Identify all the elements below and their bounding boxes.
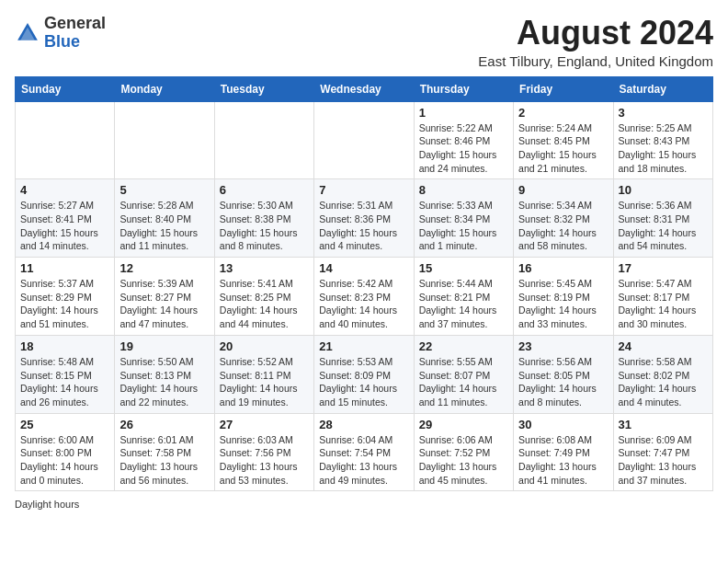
calendar-cell: 1Sunrise: 5:22 AM Sunset: 8:46 PM Daylig… bbox=[414, 101, 513, 179]
calendar-cell: 25Sunrise: 6:00 AM Sunset: 8:00 PM Dayli… bbox=[16, 413, 115, 491]
calendar-cell: 19Sunrise: 5:50 AM Sunset: 8:13 PM Dayli… bbox=[115, 335, 214, 413]
logo-text: General Blue bbox=[44, 15, 106, 52]
day-info: Sunrise: 5:34 AM Sunset: 8:32 PM Dayligh… bbox=[518, 199, 608, 253]
day-info: Sunrise: 5:45 AM Sunset: 8:19 PM Dayligh… bbox=[518, 277, 608, 331]
logo-icon bbox=[15, 20, 40, 46]
day-number: 2 bbox=[518, 106, 608, 120]
day-number: 25 bbox=[20, 418, 109, 431]
calendar-cell: 4Sunrise: 5:27 AM Sunset: 8:41 PM Daylig… bbox=[16, 179, 115, 258]
calendar-cell: 27Sunrise: 6:03 AM Sunset: 7:56 PM Dayli… bbox=[214, 413, 313, 491]
day-number: 14 bbox=[319, 261, 408, 275]
col-header-saturday: Saturday bbox=[613, 76, 712, 101]
day-info: Sunrise: 5:42 AM Sunset: 8:23 PM Dayligh… bbox=[319, 277, 408, 331]
calendar-cell: 15Sunrise: 5:44 AM Sunset: 8:21 PM Dayli… bbox=[414, 258, 513, 336]
day-info: Sunrise: 5:28 AM Sunset: 8:40 PM Dayligh… bbox=[119, 199, 209, 253]
calendar-cell: 16Sunrise: 5:45 AM Sunset: 8:19 PM Dayli… bbox=[514, 258, 613, 336]
day-info: Sunrise: 5:24 AM Sunset: 8:45 PM Dayligh… bbox=[518, 121, 608, 176]
col-header-monday: Monday bbox=[115, 76, 214, 101]
day-number: 22 bbox=[419, 339, 508, 353]
day-number: 28 bbox=[319, 418, 408, 431]
calendar-cell: 3Sunrise: 5:25 AM Sunset: 8:43 PM Daylig… bbox=[613, 101, 712, 179]
footer-text: Daylight hours bbox=[15, 499, 79, 510]
day-info: Sunrise: 5:41 AM Sunset: 8:25 PM Dayligh… bbox=[220, 277, 309, 331]
footer: Daylight hours bbox=[15, 499, 713, 510]
day-number: 5 bbox=[119, 183, 209, 197]
week-row-5: 25Sunrise: 6:00 AM Sunset: 8:00 PM Dayli… bbox=[16, 413, 713, 491]
month-title: August 2024 bbox=[478, 15, 713, 52]
day-info: Sunrise: 5:37 AM Sunset: 8:29 PM Dayligh… bbox=[20, 277, 109, 331]
day-info: Sunrise: 5:39 AM Sunset: 8:27 PM Dayligh… bbox=[119, 277, 209, 331]
day-number: 21 bbox=[319, 339, 408, 353]
week-row-1: 1Sunrise: 5:22 AM Sunset: 8:46 PM Daylig… bbox=[16, 101, 713, 179]
day-number: 23 bbox=[518, 339, 608, 353]
col-header-tuesday: Tuesday bbox=[214, 76, 313, 101]
day-info: Sunrise: 5:58 AM Sunset: 8:02 PM Dayligh… bbox=[619, 355, 708, 409]
calendar-cell: 2Sunrise: 5:24 AM Sunset: 8:45 PM Daylig… bbox=[514, 101, 613, 179]
day-number: 30 bbox=[518, 418, 608, 431]
day-info: Sunrise: 6:04 AM Sunset: 7:54 PM Dayligh… bbox=[319, 433, 408, 488]
day-number: 1 bbox=[419, 106, 508, 120]
calendar-table: SundayMondayTuesdayWednesdayThursdayFrid… bbox=[15, 76, 713, 492]
calendar-cell: 29Sunrise: 6:06 AM Sunset: 7:52 PM Dayli… bbox=[414, 413, 513, 491]
calendar-cell: 8Sunrise: 5:33 AM Sunset: 8:34 PM Daylig… bbox=[414, 179, 513, 258]
day-number: 3 bbox=[619, 106, 708, 120]
day-number: 7 bbox=[319, 183, 408, 197]
day-info: Sunrise: 5:36 AM Sunset: 8:31 PM Dayligh… bbox=[619, 199, 708, 253]
day-number: 16 bbox=[518, 261, 608, 275]
calendar-cell bbox=[16, 101, 115, 179]
col-header-friday: Friday bbox=[514, 76, 613, 101]
calendar-cell: 18Sunrise: 5:48 AM Sunset: 8:15 PM Dayli… bbox=[16, 335, 115, 413]
location: East Tilbury, England, United Kingdom bbox=[478, 53, 713, 69]
title-block: August 2024 East Tilbury, England, Unite… bbox=[478, 15, 713, 69]
day-info: Sunrise: 5:50 AM Sunset: 8:13 PM Dayligh… bbox=[119, 355, 209, 409]
day-info: Sunrise: 5:52 AM Sunset: 8:11 PM Dayligh… bbox=[220, 355, 309, 409]
calendar-cell: 13Sunrise: 5:41 AM Sunset: 8:25 PM Dayli… bbox=[214, 258, 313, 336]
day-number: 26 bbox=[119, 418, 209, 431]
week-row-4: 18Sunrise: 5:48 AM Sunset: 8:15 PM Dayli… bbox=[16, 335, 713, 413]
day-number: 13 bbox=[220, 261, 309, 275]
day-info: Sunrise: 6:09 AM Sunset: 7:47 PM Dayligh… bbox=[619, 433, 708, 488]
day-info: Sunrise: 5:44 AM Sunset: 8:21 PM Dayligh… bbox=[419, 277, 508, 331]
day-number: 31 bbox=[619, 418, 708, 431]
day-info: Sunrise: 5:25 AM Sunset: 8:43 PM Dayligh… bbox=[619, 121, 708, 176]
day-info: Sunrise: 5:53 AM Sunset: 8:09 PM Dayligh… bbox=[319, 355, 408, 409]
calendar-cell: 20Sunrise: 5:52 AM Sunset: 8:11 PM Dayli… bbox=[214, 335, 313, 413]
col-header-sunday: Sunday bbox=[16, 76, 115, 101]
calendar-cell: 7Sunrise: 5:31 AM Sunset: 8:36 PM Daylig… bbox=[314, 179, 414, 258]
day-info: Sunrise: 6:08 AM Sunset: 7:49 PM Dayligh… bbox=[518, 433, 608, 488]
day-info: Sunrise: 5:27 AM Sunset: 8:41 PM Dayligh… bbox=[20, 199, 109, 253]
calendar-cell: 5Sunrise: 5:28 AM Sunset: 8:40 PM Daylig… bbox=[115, 179, 214, 258]
week-row-3: 11Sunrise: 5:37 AM Sunset: 8:29 PM Dayli… bbox=[16, 258, 713, 336]
day-info: Sunrise: 6:03 AM Sunset: 7:56 PM Dayligh… bbox=[220, 433, 309, 488]
day-info: Sunrise: 5:48 AM Sunset: 8:15 PM Dayligh… bbox=[20, 355, 109, 409]
calendar-cell: 17Sunrise: 5:47 AM Sunset: 8:17 PM Dayli… bbox=[613, 258, 712, 336]
day-number: 10 bbox=[619, 183, 708, 197]
calendar-cell: 11Sunrise: 5:37 AM Sunset: 8:29 PM Dayli… bbox=[16, 258, 115, 336]
calendar-cell: 30Sunrise: 6:08 AM Sunset: 7:49 PM Dayli… bbox=[514, 413, 613, 491]
calendar-cell: 12Sunrise: 5:39 AM Sunset: 8:27 PM Dayli… bbox=[115, 258, 214, 336]
calendar-cell: 24Sunrise: 5:58 AM Sunset: 8:02 PM Dayli… bbox=[613, 335, 712, 413]
calendar-cell bbox=[214, 101, 313, 179]
day-info: Sunrise: 6:06 AM Sunset: 7:52 PM Dayligh… bbox=[419, 433, 508, 488]
calendar-cell: 6Sunrise: 5:30 AM Sunset: 8:38 PM Daylig… bbox=[214, 179, 313, 258]
day-number: 29 bbox=[419, 418, 508, 431]
day-number: 27 bbox=[220, 418, 309, 431]
day-number: 19 bbox=[119, 339, 209, 353]
day-info: Sunrise: 6:00 AM Sunset: 8:00 PM Dayligh… bbox=[20, 433, 109, 488]
col-header-wednesday: Wednesday bbox=[314, 76, 414, 101]
day-number: 8 bbox=[419, 183, 508, 197]
calendar-cell: 21Sunrise: 5:53 AM Sunset: 8:09 PM Dayli… bbox=[314, 335, 414, 413]
calendar-cell: 10Sunrise: 5:36 AM Sunset: 8:31 PM Dayli… bbox=[613, 179, 712, 258]
day-number: 17 bbox=[619, 261, 708, 275]
day-info: Sunrise: 5:56 AM Sunset: 8:05 PM Dayligh… bbox=[518, 355, 608, 409]
day-number: 9 bbox=[518, 183, 608, 197]
calendar-cell: 22Sunrise: 5:55 AM Sunset: 8:07 PM Dayli… bbox=[414, 335, 513, 413]
calendar-cell: 23Sunrise: 5:56 AM Sunset: 8:05 PM Dayli… bbox=[514, 335, 613, 413]
day-number: 12 bbox=[119, 261, 209, 275]
page-header: General Blue August 2024 East Tilbury, E… bbox=[15, 15, 713, 69]
day-number: 11 bbox=[20, 261, 109, 275]
day-info: Sunrise: 5:55 AM Sunset: 8:07 PM Dayligh… bbox=[419, 355, 508, 409]
logo: General Blue bbox=[15, 15, 106, 52]
day-number: 4 bbox=[20, 183, 109, 197]
day-number: 6 bbox=[220, 183, 309, 197]
